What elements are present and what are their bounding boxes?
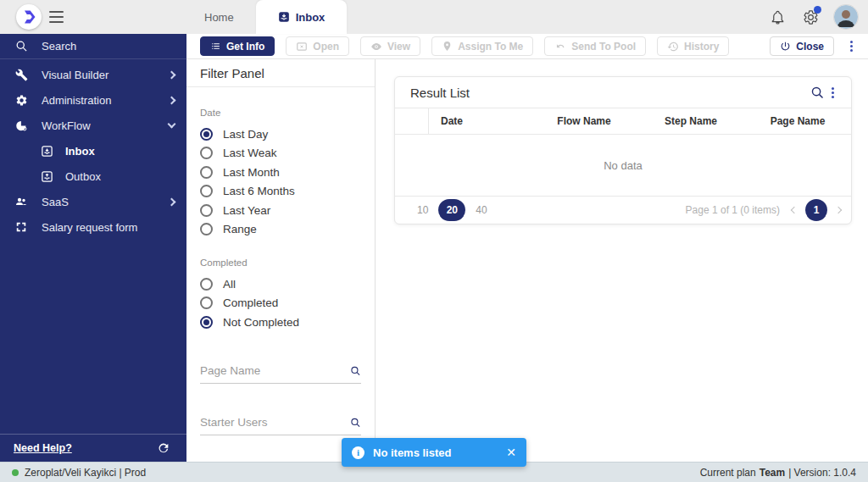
topbar-actions xyxy=(768,0,858,34)
chevron-right-icon xyxy=(168,70,176,79)
toast-notification: i No items listed ✕ xyxy=(342,438,526,467)
history-button[interactable]: History xyxy=(657,36,729,56)
filter-panel: Filter Panel Date Last Day Last Weak Las… xyxy=(186,59,376,462)
radio-icon xyxy=(200,166,213,179)
people-icon xyxy=(14,194,29,209)
grid-empty-state: No data xyxy=(395,135,851,196)
toolbar-overflow-menu[interactable] xyxy=(845,37,858,55)
radio-all[interactable]: All xyxy=(200,274,361,294)
page-number-button[interactable]: 1 xyxy=(805,199,827,221)
sidebar-item-salary-request-form[interactable]: Salary request form xyxy=(0,214,186,240)
history-clock-icon xyxy=(667,41,679,53)
page-name-input[interactable] xyxy=(200,364,350,377)
page-size-20[interactable]: 20 xyxy=(438,199,465,221)
radio-icon xyxy=(200,316,213,329)
search-icon xyxy=(810,86,825,100)
radio-icon xyxy=(200,223,213,235)
result-list-menu[interactable] xyxy=(826,84,839,102)
send-to-pool-button[interactable]: Send To Pool xyxy=(544,36,646,56)
next-page-icon[interactable] xyxy=(835,207,842,213)
chevron-down-icon xyxy=(168,120,176,129)
sidebar-item-search[interactable]: Search xyxy=(0,34,186,59)
grid-header-row: Date Flow Name Step Name Page Name xyxy=(395,108,851,135)
grid-select-column xyxy=(395,108,429,134)
tools-icon xyxy=(14,67,29,82)
user-avatar[interactable] xyxy=(834,5,858,29)
workflow-icon xyxy=(14,118,29,133)
chevron-right-icon xyxy=(168,197,176,206)
sidebar-item-visual-builder[interactable]: Visual Builder xyxy=(0,62,186,87)
radio-range[interactable]: Range xyxy=(200,220,361,240)
sidebar-item-outbox[interactable]: Outbox xyxy=(0,163,186,189)
result-search-button[interactable] xyxy=(808,83,826,102)
radio-completed[interactable]: Completed xyxy=(200,294,361,313)
search-icon[interactable] xyxy=(350,416,361,429)
page-size-40[interactable]: 40 xyxy=(469,204,493,216)
notifications-button[interactable] xyxy=(768,8,787,26)
radio-last-year[interactable]: Last Year xyxy=(200,201,361,220)
undo-arrow-icon xyxy=(554,41,566,53)
get-info-button[interactable]: Get Info xyxy=(200,36,275,56)
toast-message: No items listed xyxy=(373,446,498,459)
menu-toggle-icon[interactable] xyxy=(49,11,64,23)
radio-icon xyxy=(200,147,213,159)
column-header-page-name[interactable]: Page Name xyxy=(744,115,851,127)
column-header-date[interactable]: Date xyxy=(429,115,531,127)
sidebar-item-label: Search xyxy=(42,40,175,53)
assign-to-me-button[interactable]: Assign To Me xyxy=(431,36,533,56)
sidebar-item-saas[interactable]: SaaS xyxy=(0,189,186,214)
page-name-field xyxy=(200,364,361,384)
need-help-link[interactable]: Need Help? xyxy=(14,442,72,454)
column-header-step-name[interactable]: Step Name xyxy=(637,115,744,127)
sidebar-item-label: Outbox xyxy=(65,170,175,183)
page-size-10[interactable]: 10 xyxy=(410,204,435,216)
inbox-icon xyxy=(39,143,54,158)
settings-notification-dot xyxy=(814,6,821,14)
form-icon xyxy=(14,219,29,235)
connection-status-dot xyxy=(12,469,19,476)
outbox-icon xyxy=(39,169,54,184)
starter-users-input[interactable] xyxy=(200,416,350,429)
grid-pagination: 10 20 40 Page 1 of 1 (0 items) 1 xyxy=(395,196,851,224)
open-button[interactable]: Open xyxy=(286,36,349,56)
sidebar-item-workflow[interactable]: WorkFlow xyxy=(0,113,186,138)
info-icon: i xyxy=(352,446,364,459)
prev-page-icon[interactable] xyxy=(791,207,798,213)
sidebar-item-label: Administration xyxy=(42,94,169,107)
inbox-tab-icon xyxy=(278,11,290,23)
radio-last-day[interactable]: Last Day xyxy=(200,125,361,144)
tab-inbox-label: Inbox xyxy=(296,11,326,24)
refresh-icon xyxy=(157,441,170,455)
radio-last-month[interactable]: Last Month xyxy=(200,163,361,182)
sidebar-item-label: Visual Builder xyxy=(42,69,169,81)
refresh-button[interactable] xyxy=(154,439,173,457)
search-icon xyxy=(14,39,29,54)
power-icon xyxy=(780,41,791,52)
close-button[interactable]: Close xyxy=(770,36,834,56)
sidebar-item-inbox[interactable]: Inbox xyxy=(0,138,186,163)
plan-name: Team xyxy=(760,467,785,479)
sidebar-item-administration[interactable]: Administration xyxy=(0,87,186,113)
radio-last-6-months[interactable]: Last 6 Months xyxy=(200,182,361,202)
toast-close-icon[interactable]: ✕ xyxy=(506,446,516,458)
action-toolbar: Get Info Open View Assign To Me Send To … xyxy=(186,34,868,59)
radio-icon xyxy=(200,128,213,141)
app-logo[interactable] xyxy=(16,4,42,30)
tab-bar: Home Inbox xyxy=(182,0,347,34)
result-list-title: Result List xyxy=(410,86,799,100)
sidebar-footer: Need Help? xyxy=(0,434,186,462)
search-icon[interactable] xyxy=(350,364,361,378)
column-header-flow-name[interactable]: Flow Name xyxy=(531,115,637,127)
plan-version-label: Current plan Team | Version: 1.0.4 xyxy=(700,467,856,479)
radio-last-weak[interactable]: Last Weak xyxy=(200,144,361,163)
radio-not-completed[interactable]: Not Completed xyxy=(200,313,361,332)
tab-inbox[interactable]: Inbox xyxy=(256,0,348,34)
chevron-right-icon xyxy=(168,96,176,104)
view-button[interactable]: View xyxy=(360,36,420,56)
tab-home[interactable]: Home xyxy=(182,0,256,34)
sidebar-item-label: SaaS xyxy=(42,196,169,208)
settings-button[interactable] xyxy=(801,8,820,26)
radio-icon xyxy=(200,204,213,217)
sidebar-item-label: Salary request form xyxy=(42,221,175,234)
completed-group-label: Completed xyxy=(200,258,361,268)
